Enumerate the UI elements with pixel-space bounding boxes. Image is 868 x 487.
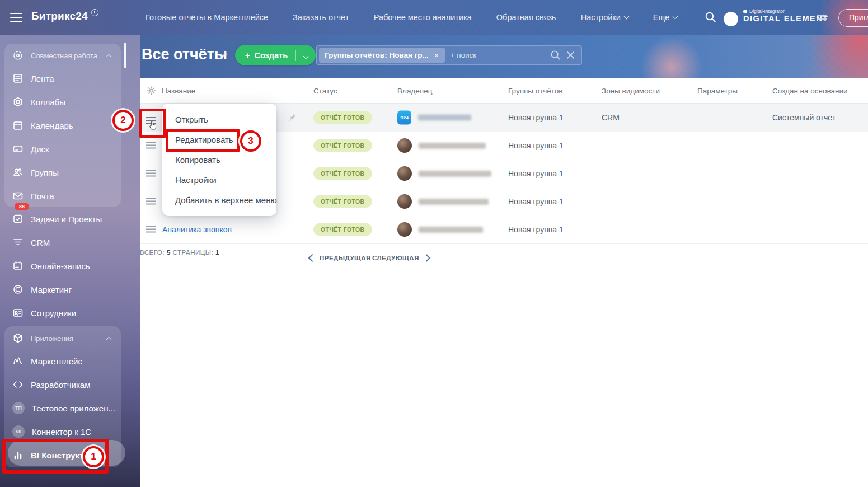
menu-item-settings[interactable]: Настройки [162, 170, 276, 190]
pages-count: СТРАНИЦЫ:1 [173, 249, 219, 256]
online-booking-icon [12, 260, 24, 271]
test-app-avatar: тп [12, 402, 25, 414]
sidebar-item-employees[interactable]: Сотрудники [4, 301, 121, 325]
column-zones[interactable]: Зоны видимости [602, 87, 660, 95]
nav-marketplace-reports[interactable]: Готовые отчёты в Маркетплейсе [146, 13, 268, 22]
search-icon[interactable] [705, 11, 716, 23]
column-owner[interactable]: Владелец [397, 87, 432, 95]
chip-close-icon[interactable]: × [434, 50, 439, 60]
menu-item-copy[interactable]: Копировать [162, 149, 276, 170]
sidebar-scrollbar[interactable] [124, 43, 126, 68]
tasks-badge: 88 [15, 203, 29, 210]
sidebar-item-crm[interactable]: CRM [4, 231, 121, 254]
sidebar-item-collabs[interactable]: Коллабы [4, 90, 121, 114]
nav-more[interactable]: Еще [653, 13, 678, 22]
table-row[interactable]: Аналитика звонков ОТЧЁТ ГОТОВ Новая груп… [140, 216, 868, 244]
filter-chip-report-groups[interactable]: Группы отчётов: Новая гр... × [319, 48, 445, 63]
nav-feedback[interactable]: Обратная связь [496, 13, 556, 22]
hamburger-menu-icon[interactable] [10, 13, 22, 22]
chevron-left-icon [308, 254, 316, 262]
chevron-up-icon [106, 336, 112, 342]
chevron-right-icon [423, 254, 430, 262]
nav-settings[interactable]: Настройки [581, 13, 628, 22]
chevron-up-icon [106, 54, 112, 59]
marketplace-icon [12, 355, 24, 367]
tasks-icon [12, 213, 24, 224]
column-name[interactable]: Название [162, 87, 195, 95]
total-count: ВСЕГО:5 [140, 249, 171, 256]
sidebar-item-booking[interactable]: Онлайн-запись [4, 254, 121, 278]
sidebar-item-feed[interactable]: Лента [4, 67, 121, 90]
group-cell: Новая группа 1 [508, 141, 564, 150]
brand-ball-icon [724, 12, 738, 26]
pin-icon[interactable] [218, 50, 228, 60]
sidebar-item-tasks[interactable]: 88 Задачи и Проекты [4, 207, 121, 231]
page-title: Все отчёты [142, 46, 227, 63]
gear-icon[interactable] [147, 86, 156, 96]
sidebar-item-marketing[interactable]: Маркетинг [4, 278, 121, 301]
next-page-button[interactable]: СЛЕДУЮЩАЯ [372, 255, 429, 261]
sidebar-item-bi-constructor[interactable]: BI Конструктор [4, 443, 121, 467]
column-params[interactable]: Параметры [697, 87, 738, 95]
create-dropdown-button[interactable] [296, 51, 316, 60]
blurred-owner-name [418, 115, 471, 121]
avatar [397, 166, 412, 181]
zone-cell: CRM [602, 113, 620, 122]
top-nav: Готовые отчёты в Маркетплейсе Заказать о… [146, 0, 677, 35]
owner-cell[interactable] [397, 138, 486, 153]
search-input[interactable]: + поиск [445, 51, 546, 59]
sliders-icon[interactable] [816, 13, 827, 21]
column-basis[interactable]: Создан на основании [772, 87, 848, 95]
column-status[interactable]: Статус [313, 87, 337, 95]
page-header: Все отчёты +Создать Группы отчётов: Нова… [140, 35, 868, 78]
row-drag-handle-icon[interactable] [146, 226, 156, 233]
digital-element-logo[interactable]: Digital-Integrator DIGITAL ELEMENT [724, 5, 828, 26]
crm-funnel-icon [12, 237, 24, 248]
invite-button[interactable]: Приглас [838, 9, 868, 27]
search-icon[interactable] [550, 50, 561, 60]
menu-item-open[interactable]: Открыть [162, 109, 276, 129]
prev-page-button[interactable]: ПРЕДЫДУЩАЯ [309, 255, 371, 261]
menu-item-edit[interactable]: Редактировать [162, 129, 276, 149]
nav-analyst-workspace[interactable]: Рабочее место аналитика [374, 13, 472, 22]
group-cell: Новая группа 1 [508, 197, 564, 206]
owner-cell[interactable]: B24 [397, 111, 471, 125]
sidebar-section-collaboration[interactable]: Совместная работа [4, 44, 121, 67]
menu-item-add-to-top-menu[interactable]: Добавить в верхнее меню [162, 190, 276, 210]
plus-icon: + [245, 51, 250, 60]
status-badge: ОТЧЁТ ГОТОВ [313, 111, 372, 124]
owner-cell[interactable] [397, 222, 483, 237]
nav-order-report[interactable]: Заказать отчёт [293, 13, 349, 22]
mail-icon [12, 190, 24, 202]
employees-icon [12, 307, 24, 319]
sidebar-item-test-app[interactable]: тп Тестовое приложен... [4, 396, 121, 420]
chevron-down-icon [623, 14, 629, 20]
avatar [397, 138, 412, 153]
report-link-call-analytics[interactable]: Аналитика звонков [162, 225, 232, 234]
status-badge: ОТЧЁТ ГОТОВ [313, 223, 372, 236]
sidebar-item-marketplace[interactable]: Маркетплейс [4, 349, 121, 373]
bi-chart-icon [12, 449, 24, 461]
collabs-icon [12, 96, 24, 107]
code-icon [12, 379, 24, 390]
sidebar-item-disk[interactable]: Диск [4, 137, 121, 161]
column-groups[interactable]: Группы отчётов [508, 87, 562, 95]
basis-cell: Системный отчёт [772, 113, 836, 122]
sidebar-section-apps[interactable]: Приложения [4, 326, 121, 350]
blurred-owner-name [419, 143, 486, 149]
sidebar-item-developers[interactable]: Разработчикам [4, 373, 121, 396]
row-drag-handle-icon[interactable] [146, 198, 156, 205]
bitrix-logo[interactable]: Битрикс24 [31, 10, 88, 22]
owner-cell[interactable] [397, 194, 489, 209]
create-button[interactable]: +Создать [235, 45, 316, 65]
sidebar-item-calendar[interactable]: Календарь [4, 114, 121, 137]
feed-icon [12, 73, 24, 84]
marketing-icon [12, 284, 24, 295]
clear-search-icon[interactable] [565, 50, 576, 60]
filter-search-bar[interactable]: Группы отчётов: Новая гр... × + поиск [316, 45, 582, 65]
sidebar-item-groups[interactable]: Группы [4, 161, 121, 184]
pin-icon[interactable] [287, 113, 297, 123]
owner-cell[interactable] [397, 166, 491, 181]
row-drag-handle-icon[interactable] [146, 142, 156, 149]
row-drag-handle-icon[interactable] [146, 170, 156, 177]
